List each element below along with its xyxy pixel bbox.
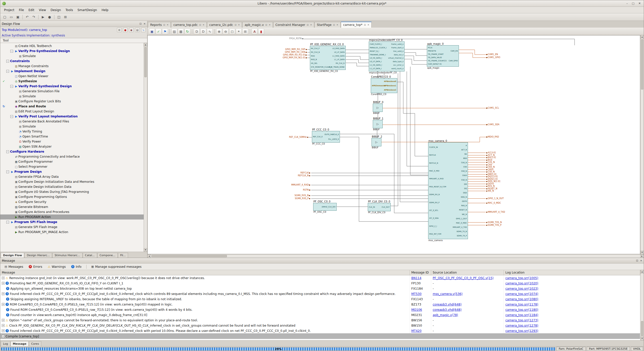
port-ck0-n[interactable]: CK0_N [468, 166, 495, 168]
port-cam1-sda[interactable]: CAM1_SDA [486, 123, 499, 126]
close-tab-icon[interactable]: ✕ [367, 24, 369, 26]
block-bibuf-1[interactable]: BIBUF_1BIBUF▷ [373, 120, 383, 128]
pin-dqs[interactable]: DQS [463, 192, 467, 194]
dff-after-icon[interactable]: D [200, 28, 206, 34]
flow-tool-configure-programming-options[interactable]: ▣Configure Programming Options [0, 194, 144, 199]
refresh-icon[interactable]: ↻ [184, 28, 190, 34]
flow-tool-run-program-action[interactable]: ▶Run PROGRAM Action [0, 214, 144, 220]
pin-l0-hs-data-i[interactable]: L0_HS_DATA_I [370, 57, 382, 59]
row-expander-icon[interactable]: + [2, 277, 5, 279]
flow-tool-generate-simulation-file[interactable]: ▤Generate Simulation File [0, 89, 144, 94]
source-location-link[interactable]: mss_camera.v(536) [433, 292, 463, 296]
pin-virtual-channel-o[interactable]: virtual_channel_o [388, 57, 404, 59]
menu-view[interactable]: View [36, 8, 48, 13]
port-sgmii-txs-p[interactable]: SGMII_TXS_P [468, 224, 501, 226]
pin-line-valid-o[interactable]: line_valid_o [393, 50, 404, 52]
dock-tab-compone[interactable]: Compone... [97, 253, 118, 258]
flow-tool-place-and-route[interactable]: ↻◉Place and Route [0, 104, 144, 109]
block-bibuf-0[interactable]: BIBUF_0BIBUF▷ [373, 104, 383, 112]
pin-cam-en[interactable]: CAM_EN [451, 50, 458, 52]
pin-odt0[interactable]: ODT0 [462, 200, 467, 202]
message-row[interactable]: +⚠Clock PF_IOD_GENERIC_RX_C0_PF_CLK_DIV_… [0, 323, 640, 328]
zoom-in-icon[interactable]: ⊕ [216, 28, 222, 34]
wire[interactable] [346, 56, 369, 60]
wire[interactable] [407, 71, 428, 166]
pin-l0-rxd-data[interactable]: L0_RXD_DATA [333, 48, 345, 50]
flow-tool-generate-design-initialization-data[interactable]: ▤Generate Design Initialization Data [0, 184, 144, 189]
block-mipicsi2rxdecoderpf-c0-0[interactable]: mipicsi2rxdecoderPF_C0_0mipicsi2rxdecode… [369, 41, 405, 71]
dock-tab-design-hierarc[interactable]: Design Hierarc... [24, 253, 52, 258]
wire[interactable] [405, 56, 427, 61]
flow-tool-open-ssn-analyzer[interactable]: ▥Open SSN Analyzer [0, 144, 144, 149]
port-gpio-mipi-rx-ckp[interactable]: GPIO_MIPI_RX_CKP [285, 48, 307, 51]
port-gpio-mipi-rx-ckn[interactable]: GPIO_MIPI_RX_CKN [285, 51, 307, 53]
pin-sgmii-tx-n[interactable]: SGMII_TX_N [457, 231, 467, 233]
wire[interactable] [346, 63, 369, 66]
pin-cam-data-7-0[interactable]: CAM_DATA[7:0] [428, 63, 441, 65]
document-tab-reports[interactable]: Reports⊡✕ [148, 22, 171, 28]
pin-pll-lock-0[interactable]: PLL_LOCK_0 [328, 138, 339, 140]
source-location-link[interactable]: apb_magic.v(78) [433, 313, 458, 317]
pin-ecc-error-o[interactable]: ecc_error_o [393, 64, 404, 66]
flag-icon[interactable]: ⚑ [162, 28, 168, 34]
flow-tool-verify-post-layout-implementation[interactable]: −▶Verify Post Layout Implementation [0, 114, 144, 119]
warnings-filter[interactable]: ⚠Warnings [46, 264, 68, 269]
port-sgmii-rxs-n[interactable]: SGMII_RXS_N [295, 194, 311, 197]
close-tab-icon[interactable]: ✕ [269, 24, 271, 26]
stop-flow-icon[interactable]: ● [123, 28, 128, 32]
close-panel-icon[interactable]: ✕ [144, 22, 146, 25]
pin-rcosc-160mhz-clk-div[interactable]: RCOSC_160MHZ_CLK_DIV [322, 206, 336, 208]
pin-i2c-0-sda[interactable]: I2C_0_SDA [429, 217, 438, 219]
pin-rxd[interactable]: RXD [311, 55, 315, 57]
port-dqs-n-1-0[interactable]: DQS_N[1:0] [468, 180, 500, 183]
pin-reset-n-i[interactable]: RESET_N_I [370, 50, 379, 52]
top-module-label[interactable]: Top Module(root): camera_top [2, 28, 47, 32]
flow-tool-configure-design-initialization-data-and-memories[interactable]: ▣Configure Design Initialization Data an… [0, 179, 144, 184]
pin-cas-n[interactable]: CAS_N [461, 162, 467, 164]
scroll-left-icon[interactable]: ◀ [147, 254, 151, 258]
paint-net-icon[interactable]: ▮ [258, 28, 264, 34]
pin-i2c-0-scl[interactable]: I2C_0_SCL [429, 209, 438, 211]
pin-dm[interactable]: DM [464, 183, 467, 185]
flow-tool-synthesize[interactable]: ✓◎Synthesize [0, 79, 144, 84]
float-tab-icon[interactable]: ⊡ [163, 24, 165, 26]
save-icon[interactable]: ▣ [15, 14, 21, 20]
port-gpio-1-n-out[interactable]: GPIO_1_N_OUT [468, 197, 504, 200]
scroll-down-icon[interactable]: ▼ [640, 251, 644, 254]
flow-tool-run-program-spi-image-action[interactable]: ▶Run PROGRAM_SPI_IMAGE Action [0, 230, 144, 235]
pin-dqs-n[interactable]: DQS_N [461, 196, 467, 198]
add-text-icon[interactable]: A [252, 28, 258, 34]
pin-sgmii-tx-p[interactable]: SGMII_TX_P [457, 235, 467, 237]
port-cam1-scl[interactable]: CAM1_SCL [486, 107, 499, 109]
pin-hs-sel[interactable]: HS_SEL [311, 62, 317, 64]
port-cs0-n[interactable]: CS0_N [468, 171, 495, 173]
message-id-link[interactable]: MO106 [411, 308, 422, 312]
pin-mac-0-mdc[interactable]: MAC_0_MDC [456, 222, 467, 224]
pin-data-out-o[interactable]: data_out_o [394, 54, 404, 56]
pin-out0-fabclk-0[interactable]: OUT0_FABCLK_0 [325, 134, 339, 136]
port-dq-15-0[interactable]: DQ[15:0] [468, 176, 498, 178]
flow-tool-verify-post-synthesized-design[interactable]: −▶Verify Post-Synthesized Design [0, 84, 144, 89]
document-tab-constraint-manager[interactable]: Constraint Manager⊡✕ [273, 22, 314, 28]
port-cam1-en[interactable]: CAM1_EN [486, 53, 498, 56]
message-row[interactable]: +⚠Removing instance gnd_inst (in view: w… [0, 275, 640, 281]
pin-clk-train-done[interactable]: CLK_TRAIN_DONE [329, 66, 345, 68]
flow-tool-programming-connectivity-and-interface[interactable]: ⇄Programming Connectivity and Interface [0, 154, 144, 159]
float-tab-icon[interactable]: ⊡ [265, 24, 267, 26]
pin-ck0[interactable]: CK0 [463, 166, 467, 168]
pin-tg-frame-start[interactable]: TG_FRAME_START [428, 53, 444, 55]
close-tab-icon[interactable]: ✕ [167, 24, 169, 26]
float-panel-icon[interactable]: ⊡ [139, 22, 141, 25]
row-expander-icon[interactable]: + [2, 329, 5, 332]
row-expander-icon[interactable]: + [2, 324, 5, 327]
flow-tool-configure-register-lock-bits[interactable]: ▣Configure Register Lock Bits [0, 99, 144, 104]
menu-smartdesign[interactable]: SmartDesign [75, 8, 99, 13]
row-expander-icon[interactable]: + [2, 303, 5, 306]
tree-expander-icon[interactable]: − [6, 150, 9, 153]
scroll-thumb[interactable] [641, 39, 643, 90]
flow-tool-program-spi-flash-image[interactable]: −▶Program SPI Flash Image [0, 220, 144, 225]
tree-expander-icon[interactable]: − [6, 221, 9, 224]
document-tab-camera-top-pdc[interactable]: camera_top.pdc⊡✕ [171, 22, 207, 28]
run-icon[interactable]: ▶ [40, 14, 46, 20]
log-location-link[interactable]: camera_top.srr(1293) [505, 329, 538, 333]
